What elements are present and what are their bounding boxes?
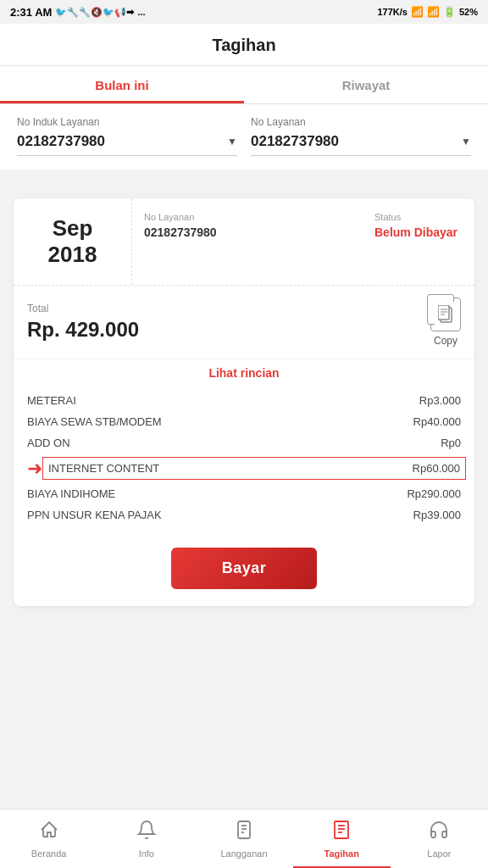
support-icon (429, 820, 449, 845)
detail-row-4: BIAYA INDIHOME Rp290.000 (27, 483, 461, 504)
dropdown-no-layanan: No Layanan 02182737980 ▼ (251, 116, 471, 156)
status-bar: 2:31 AM 🐦🔧🔧🔇🐦📢➡ ... 177K/s 📶 📶 🔋 52% (0, 0, 488, 24)
lihat-rincian-link[interactable]: Lihat rincian (14, 359, 474, 390)
nav-label-tagihan: Tagihan (324, 849, 359, 859)
info-bell-icon (136, 820, 157, 845)
svg-rect-9 (335, 821, 348, 838)
copy-label: Copy (434, 335, 458, 347)
wifi-icon: 📶 (411, 6, 424, 18)
nav-item-beranda[interactable]: Beranda (0, 810, 97, 868)
detail-row-3: INTERNET CONTENT Rp60.000 (42, 457, 466, 480)
no-layanan-value: 02182737980 (251, 133, 339, 150)
detail-rows: METERAI Rp3.000 BIAYA SEWA STB/MODEM Rp4… (14, 390, 474, 534)
detail-row-5: PPN UNSUR KENA PAJAK Rp39.000 (27, 504, 461, 526)
bayar-button[interactable]: Bayar (171, 548, 318, 589)
bill-year: 2018 (48, 242, 97, 268)
svg-rect-5 (238, 821, 250, 838)
bill-status-label: Status (374, 212, 464, 222)
home-icon (39, 820, 59, 845)
bill-icon (331, 820, 352, 845)
bill-no-layanan-section: No Layanan 02182737980 (132, 198, 364, 285)
bill-no-layanan-value: 02182737980 (144, 225, 352, 239)
bill-status-value: Belum Dibayar (374, 225, 464, 239)
dropdown-no-induk: No Induk Layanan 02182737980 ▼ (17, 116, 237, 156)
status-left: 2:31 AM 🐦🔧🔧🔇🐦📢➡ ... (10, 6, 146, 19)
status-time: 2:31 AM (10, 6, 52, 19)
no-induk-value: 02182737980 (17, 133, 105, 150)
detail-row-0: METERAI Rp3.000 (27, 390, 461, 411)
network-speed: 177K/s (377, 7, 407, 17)
nav-label-langganan: Langganan (220, 849, 267, 859)
copy-icon (430, 298, 461, 331)
arrow-icon: ➜ (27, 459, 42, 478)
chevron-down-icon: ▼ (227, 136, 237, 147)
bill-status-section: Status Belum Dibayar (364, 198, 474, 285)
nav-item-langganan[interactable]: Langganan (195, 810, 292, 868)
copy-button[interactable]: Copy (430, 298, 461, 347)
card-middle-row: Total Rp. 429.000 Copy (14, 286, 474, 359)
card-top-row: Sep 2018 No Layanan 02182737980 Status B… (14, 198, 474, 286)
dropdowns-section: No Induk Layanan 02182737980 ▼ No Layana… (0, 104, 488, 170)
nav-item-info[interactable]: Info (97, 810, 195, 868)
bottom-nav: Beranda Info Langganan (0, 809, 488, 868)
battery-icon: 🔋 (443, 6, 456, 18)
no-layanan-label: No Layanan (251, 116, 471, 128)
no-induk-select[interactable]: 02182737980 ▼ (17, 133, 237, 156)
bill-no-layanan-label: No Layanan (144, 212, 352, 222)
bayar-section: Bayar (14, 534, 474, 606)
app-header: Tagihan (0, 24, 488, 66)
detail-row-3-wrapper: ➜ INTERNET CONTENT Rp60.000 (27, 455, 461, 481)
tab-riwayat[interactable]: Riwayat (244, 66, 488, 103)
bill-card-container: Sep 2018 No Layanan 02182737980 Status B… (0, 190, 488, 809)
more-icon: ... (137, 7, 145, 17)
detail-row-1: BIAYA SEWA STB/MODEM Rp40.000 (27, 411, 461, 432)
nav-label-lapor: Lapor (427, 849, 451, 859)
detail-row-2: ADD ON Rp0 (27, 432, 461, 453)
no-layanan-select[interactable]: 02182737980 ▼ (251, 133, 471, 156)
signal-icon: 📶 (427, 6, 440, 18)
bill-month: Sep (48, 215, 97, 242)
chevron-down-icon-2: ▼ (461, 136, 471, 147)
nav-item-tagihan[interactable]: Tagihan (293, 810, 391, 868)
total-amount: Rp. 429.000 (27, 318, 430, 342)
total-section: Total Rp. 429.000 (27, 303, 430, 342)
total-label: Total (27, 303, 430, 314)
subscription-icon (234, 820, 254, 845)
tab-bar: Bulan ini Riwayat (0, 66, 488, 104)
tab-bulan-ini[interactable]: Bulan ini (0, 66, 244, 103)
page-title: Tagihan (212, 36, 275, 54)
status-right: 177K/s 📶 📶 🔋 52% (377, 6, 478, 18)
nav-item-lapor[interactable]: Lapor (391, 810, 488, 868)
bill-card: Sep 2018 No Layanan 02182737980 Status B… (14, 198, 474, 606)
battery-percent: 52% (459, 7, 478, 17)
nav-label-beranda: Beranda (31, 849, 67, 859)
copy-icon-inner (435, 302, 457, 327)
bill-date: Sep 2018 (14, 198, 132, 285)
notification-icons: 🐦🔧🔧🔇🐦📢➡ (55, 7, 134, 18)
nav-label-info: Info (139, 849, 154, 859)
no-induk-label: No Induk Layanan (17, 116, 237, 128)
